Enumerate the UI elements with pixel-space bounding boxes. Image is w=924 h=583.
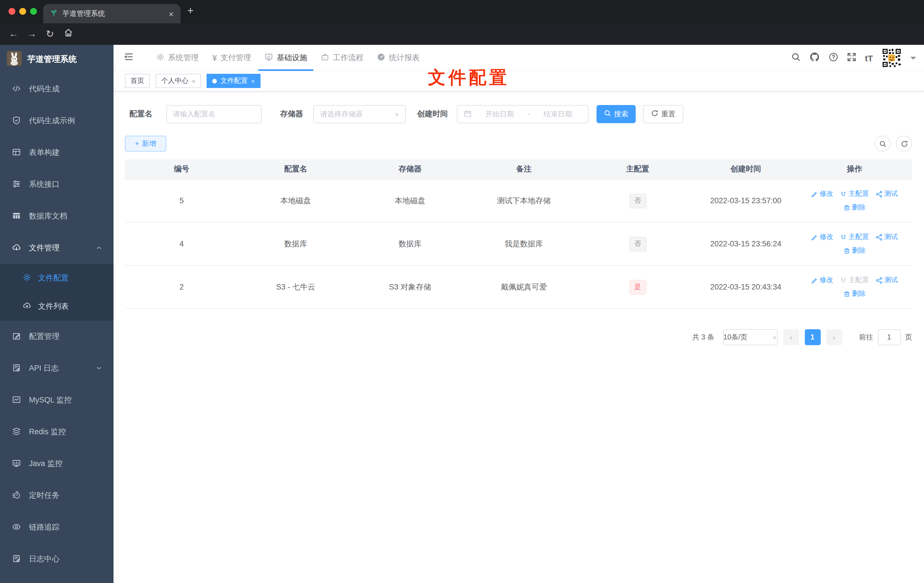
main-area: 系统管理 ¥ 支付管理 基础设施 工作流程 (114, 45, 924, 583)
cloud-upload-icon (23, 301, 31, 312)
test-link[interactable]: 测试 (876, 275, 898, 285)
sidebar-item-form-builder[interactable]: 表单构建 (0, 137, 114, 168)
sidebar-item-config-mgmt[interactable]: 配置管理 (0, 321, 114, 352)
app-logo[interactable]: 芋道管理系统 (0, 45, 114, 73)
column-header: 主配置 (581, 164, 695, 174)
zoom-window-button[interactable] (30, 8, 37, 15)
search-icon[interactable] (791, 52, 801, 64)
column-header: 操作 (797, 164, 912, 174)
storage-label: 存储器 (280, 109, 303, 119)
timer-icon (12, 490, 21, 501)
tag-home[interactable]: 首页 (125, 74, 150, 88)
font-size-icon[interactable]: tT (865, 53, 873, 63)
user-avatar-qr[interactable] (881, 48, 902, 68)
test-link[interactable]: 测试 (876, 189, 898, 199)
tag-close-icon[interactable]: × (251, 78, 255, 84)
goto-label: 前往 (859, 332, 873, 342)
sidebar-item-log-center[interactable]: 日志中心 (0, 543, 114, 575)
table-refresh-icon[interactable] (896, 135, 912, 152)
tag-file-config[interactable]: 文件配置 × (207, 74, 261, 88)
sidebar-item-file-config[interactable]: 文件配置 (0, 264, 114, 292)
menu-system-mgmt[interactable]: 系统管理 (150, 45, 205, 71)
sidebar-item-db-doc[interactable]: 数据库文档 (0, 200, 114, 232)
end-date-placeholder[interactable]: 结束日期 (534, 109, 582, 119)
master-status-badge: 否 (629, 236, 646, 251)
create-time-label: 创建时间 (417, 109, 448, 119)
column-header: 备注 (467, 164, 581, 174)
eye-icon (12, 522, 21, 533)
sidebar-item-java-monitor[interactable]: Java 监控 (0, 448, 114, 480)
tag-profile[interactable]: 个人中心 × (155, 74, 201, 88)
page-number-active[interactable]: 1 (805, 329, 820, 345)
menu-payment-mgmt[interactable]: ¥ 支付管理 (206, 45, 257, 71)
screen: 芋道管理系统 × + ← → ↻ 127.0.0.1:1024/infra/fi… (0, 0, 924, 583)
tab-close-icon[interactable]: × (168, 9, 174, 18)
gauge-icon (377, 53, 386, 63)
sidebar-item-system-api[interactable]: 系统接口 (0, 168, 114, 200)
help-icon[interactable] (829, 52, 838, 64)
avatar-dropdown-caret-icon[interactable] (911, 56, 916, 62)
master-link-disabled: 主配置 (840, 275, 869, 285)
search-icon (604, 109, 611, 119)
table-row: 4 数据库 数据库 我是数据库 否 2022-03-15 23:56:24 修改… (125, 223, 912, 266)
goto-page-input[interactable] (878, 329, 901, 345)
edit-square-icon (12, 331, 21, 342)
top-menu: 系统管理 ¥ 支付管理 基础设施 工作流程 (150, 45, 427, 71)
delete-link[interactable]: 删除 (843, 246, 866, 256)
back-icon[interactable]: ← (8, 28, 19, 40)
tag-close-icon[interactable]: × (192, 78, 196, 84)
menu-reports[interactable]: 统计报表 (371, 45, 426, 71)
home-icon[interactable] (63, 28, 74, 40)
sidebar-item-file-mgmt[interactable]: 文件管理 (0, 232, 114, 264)
minimize-window-button[interactable] (19, 8, 26, 15)
add-button[interactable]: + 新增 (125, 135, 166, 152)
layers-icon (12, 427, 21, 438)
column-header: 配置名 (238, 164, 353, 174)
search-button[interactable]: 搜索 (597, 105, 636, 123)
github-icon[interactable] (809, 51, 820, 64)
next-page-button[interactable]: › (826, 329, 842, 345)
tags-view-bar: 首页 个人中心 × 文件配置 × (114, 71, 924, 91)
briefcase-icon (321, 53, 330, 63)
new-tab-button[interactable]: + (187, 5, 193, 17)
sidebar-item-tracing[interactable]: 链路追踪 (0, 512, 114, 543)
edit-link[interactable]: 修改 (811, 232, 833, 242)
shield-check-icon (12, 116, 21, 126)
edit-link[interactable]: 修改 (811, 275, 833, 285)
sidebar-item-cron-job[interactable]: 定时任务 (0, 480, 114, 512)
master-status-badge: 否 (629, 193, 646, 208)
forward-icon[interactable]: → (26, 28, 38, 40)
menu-workflow[interactable]: 工作流程 (315, 45, 370, 71)
sidebar-item-code-gen-demo[interactable]: 代码生成示例 (0, 105, 114, 137)
browser-tab[interactable]: 芋道管理系统 × (43, 4, 180, 23)
logo-title: 芋道管理系统 (27, 54, 77, 64)
sidebar-item-api-log[interactable]: API 日志 (0, 352, 114, 384)
table-search-toggle-icon[interactable] (874, 135, 891, 152)
menu-infrastructure[interactable]: 基础设施 (259, 45, 314, 71)
sidebar-item-redis-monitor[interactable]: Redis 监控 (0, 416, 114, 448)
close-window-button[interactable] (8, 8, 15, 15)
date-range-picker[interactable]: 开始日期 - 结束日期 (457, 105, 589, 123)
reset-button[interactable]: 重置 (643, 105, 683, 123)
delete-link[interactable]: 删除 (843, 289, 866, 299)
cloud-download-icon (12, 243, 21, 253)
page-size-select[interactable]: 10条/页 ∨ (723, 329, 777, 345)
storage-select[interactable]: 请选择存储器 ∨ (313, 105, 406, 123)
master-link[interactable]: 主配置 (840, 189, 869, 199)
start-date-placeholder[interactable]: 开始日期 (475, 109, 523, 119)
collapse-sidebar-icon[interactable] (124, 51, 134, 64)
sidebar-item-file-list[interactable]: 文件列表 (0, 292, 114, 321)
top-navbar: 系统管理 ¥ 支付管理 基础设施 工作流程 (114, 45, 924, 71)
delete-link[interactable]: 删除 (843, 203, 866, 212)
tab-title: 芋道管理系统 (63, 9, 164, 18)
sidebar-item-mysql-monitor[interactable]: MySQL 监控 (0, 384, 114, 416)
fullscreen-icon[interactable] (847, 52, 856, 64)
edit-link[interactable]: 修改 (811, 189, 833, 199)
master-link[interactable]: 主配置 (840, 232, 869, 242)
prev-page-button[interactable]: ‹ (783, 329, 799, 345)
reload-icon[interactable]: ↻ (44, 28, 56, 40)
column-header: 编号 (125, 164, 238, 174)
test-link[interactable]: 测试 (876, 232, 898, 242)
sidebar-item-code-gen[interactable]: 代码生成 (0, 73, 114, 105)
config-name-input[interactable] (166, 105, 261, 123)
